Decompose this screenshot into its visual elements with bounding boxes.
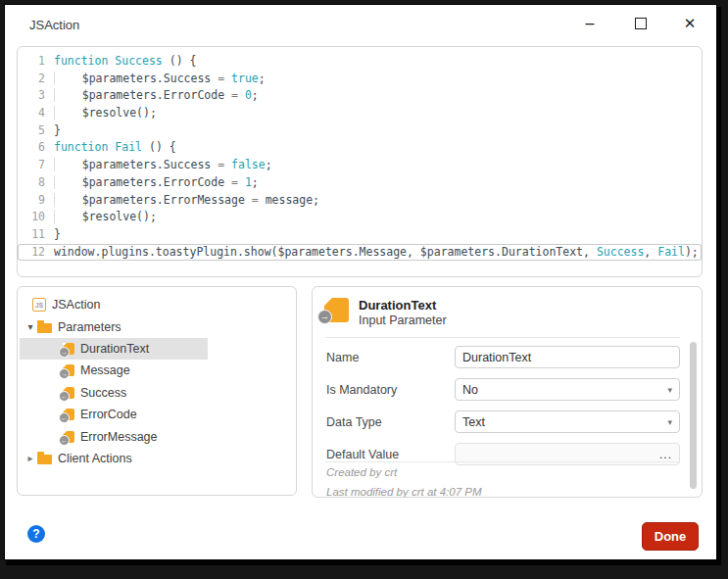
- minimize-icon: –: [586, 15, 595, 32]
- line-number: 10: [18, 209, 54, 226]
- properties-header: → DurationText Input Parameter: [324, 298, 447, 328]
- tree-item-errorcode[interactable]: ←ErrorCode: [20, 404, 296, 425]
- output-parameter-icon: ←: [63, 387, 74, 399]
- is-mandatory-select[interactable]: No▾: [455, 378, 680, 401]
- tree: JSJSAction▾Parameters→DurationText→Messa…: [18, 294, 296, 469]
- tree-item-label: Client Actions: [58, 452, 132, 465]
- code-line-6[interactable]: 6function Fail () {: [18, 139, 702, 157]
- jsaction-dialog: JSAction – ✕ 1function Success () {2 $pa…: [5, 5, 716, 559]
- property-label: Name: [326, 351, 455, 364]
- arrow-right-icon: →: [59, 347, 70, 358]
- tree-item-label: Message: [80, 363, 130, 377]
- done-button[interactable]: Done: [642, 522, 699, 551]
- line-number: 7: [18, 157, 54, 174]
- code-line-10[interactable]: 10 $resolve();: [18, 209, 702, 226]
- line-number: 2: [18, 71, 54, 88]
- code-line-7[interactable]: 7 $parameters.Success = false;: [18, 157, 702, 174]
- property-row-name: Name: [326, 346, 680, 368]
- property-label: Default Value: [326, 448, 455, 461]
- close-button[interactable]: ✕: [673, 5, 706, 42]
- chevron-down-icon: ▾: [667, 385, 672, 395]
- line-number: 1: [18, 53, 54, 71]
- line-number: 3: [18, 87, 54, 105]
- code-editor[interactable]: 1function Success () {2 $parameters.Succ…: [17, 46, 703, 277]
- title-bar: JSAction – ✕: [5, 5, 716, 46]
- input-parameter-icon: →: [63, 343, 74, 355]
- close-icon: ✕: [684, 15, 697, 32]
- input-parameter-icon: →: [324, 298, 349, 322]
- help-button[interactable]: ?: [27, 525, 45, 543]
- code-line-12[interactable]: 12window.plugins.toastyPlugin.show($para…: [18, 244, 702, 262]
- line-number: 12: [18, 244, 54, 262]
- code-line-3[interactable]: 3 $parameters.ErrorCode = 0;: [18, 87, 702, 105]
- tree-item-success[interactable]: ←Success: [20, 382, 296, 404]
- chevron-down-icon[interactable]: ▾: [24, 321, 37, 332]
- line-number: 11: [18, 226, 54, 244]
- window-title: JSAction: [29, 18, 79, 32]
- tree-item-parameters[interactable]: ▾Parameters: [20, 315, 296, 337]
- help-icon: ?: [32, 527, 39, 541]
- tree-item-message[interactable]: →Message: [20, 360, 296, 381]
- arrow-left-icon: ←: [59, 412, 70, 423]
- folder-icon: [37, 323, 52, 333]
- code-lines: 1function Success () {2 $parameters.Succ…: [18, 53, 702, 261]
- maximize-icon: [635, 18, 647, 29]
- parameters-tree-panel: JSJSAction▾Parameters→DurationText→Messa…: [17, 286, 297, 496]
- code-line-8[interactable]: 8 $parameters.ErrorCode = 1;: [18, 174, 702, 192]
- output-parameter-icon: ←: [63, 409, 74, 420]
- line-number: 5: [18, 122, 54, 140]
- tree-item-label: Parameters: [58, 320, 121, 334]
- code-line-1[interactable]: 1function Success () {: [18, 53, 702, 71]
- arrow-right-icon: →: [317, 310, 332, 324]
- minimize-button[interactable]: –: [573, 5, 607, 42]
- line-number: 8: [18, 174, 54, 192]
- code-line-5[interactable]: 5}: [18, 122, 702, 140]
- line-number: 4: [18, 105, 54, 122]
- selected-parameter-name: DurationText: [359, 298, 447, 313]
- selected-parameter-type: Input Parameter: [359, 313, 447, 328]
- chevron-down-icon: ▾: [667, 417, 672, 427]
- tree-item-label: ErrorCode: [80, 408, 137, 421]
- property-label: Data Type: [326, 415, 455, 429]
- input-parameter-icon: →: [63, 364, 74, 376]
- js-action-icon: JS: [32, 298, 46, 312]
- arrow-left-icon: ←: [59, 435, 70, 446]
- code-line-4[interactable]: 4 $resolve();: [18, 105, 702, 122]
- output-parameter-icon: ←: [63, 431, 74, 443]
- properties-panel: → DurationText Input Parameter NameIs Ma…: [312, 286, 703, 498]
- last-modified-text: Last modified by crt at 4:07 PM: [326, 483, 680, 498]
- tree-item-label: Success: [80, 386, 126, 400]
- tree-item-label: DurationText: [80, 342, 149, 356]
- code-line-2[interactable]: 2 $parameters.Success = true;: [18, 71, 702, 88]
- arrow-left-icon: ←: [59, 391, 70, 402]
- chevron-right-icon[interactable]: ▸: [24, 453, 37, 463]
- created-by-text: Created by crt: [326, 463, 680, 478]
- folder-icon: [37, 455, 52, 464]
- tree-item-label: JSAction: [52, 298, 100, 312]
- maximize-button[interactable]: [624, 5, 657, 42]
- property-row-is-mandatory: Is MandatoryNo▾: [326, 378, 680, 401]
- tree-item-durationtext[interactable]: →DurationText: [20, 338, 208, 360]
- line-number: 6: [18, 139, 54, 157]
- name-input[interactable]: [455, 346, 680, 368]
- property-row-data-type: Data TypeText▾: [326, 410, 680, 433]
- tree-item-errormessage[interactable]: ←ErrorMessage: [20, 425, 296, 447]
- code-line-9[interactable]: 9 $parameters.ErrorMessage = message;: [18, 192, 702, 210]
- line-number: 9: [18, 192, 54, 210]
- code-line-11[interactable]: 11}: [18, 226, 702, 244]
- tree-item-label: ErrorMessage: [80, 430, 158, 444]
- data-type-select[interactable]: Text▾: [455, 410, 680, 433]
- arrow-right-icon: →: [59, 368, 70, 379]
- divider: [325, 461, 680, 462]
- property-label: Is Mandatory: [326, 383, 455, 397]
- divider: [325, 337, 680, 338]
- ellipsis-button[interactable]: ...: [659, 448, 672, 461]
- properties-scrollbar[interactable]: [690, 342, 697, 489]
- tree-item-jsaction[interactable]: JSJSAction: [20, 294, 296, 315]
- tree-item-client-actions[interactable]: ▸Client Actions: [20, 448, 296, 469]
